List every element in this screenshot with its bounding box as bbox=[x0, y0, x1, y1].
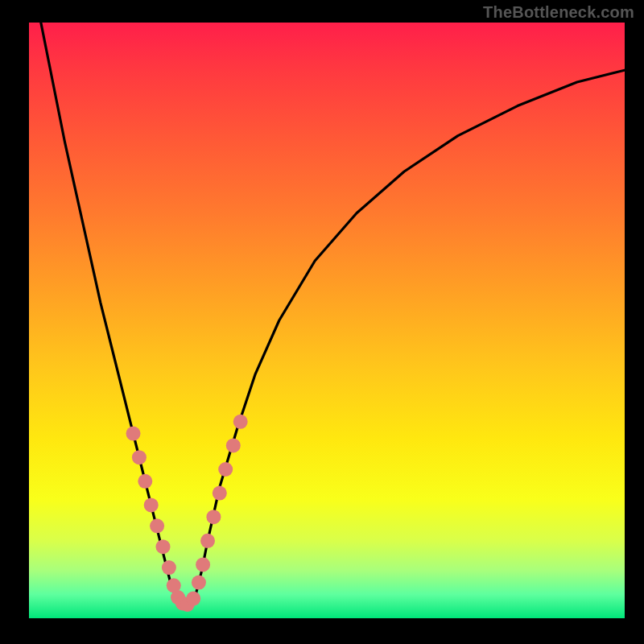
bottleneck-curve bbox=[41, 23, 625, 606]
marker-point bbox=[186, 592, 200, 606]
marker-point bbox=[200, 534, 215, 548]
watermark-text: TheBottleneck.com bbox=[483, 3, 634, 22]
marker-point bbox=[138, 474, 152, 489]
marker-point bbox=[233, 415, 248, 429]
marker-point bbox=[144, 497, 159, 512]
marker-point bbox=[213, 486, 227, 501]
marker-point bbox=[218, 462, 233, 477]
marker-point bbox=[162, 560, 176, 575]
marker-point bbox=[156, 539, 171, 554]
marker-point bbox=[196, 557, 210, 572]
marker-point bbox=[150, 518, 164, 533]
chart-svg-overlay bbox=[29, 23, 625, 618]
highlight-markers bbox=[126, 415, 248, 612]
chart-plot-area bbox=[29, 23, 625, 618]
marker-point bbox=[206, 510, 221, 524]
marker-point bbox=[126, 427, 141, 441]
marker-point bbox=[226, 438, 241, 452]
marker-point bbox=[132, 450, 147, 464]
marker-point bbox=[192, 576, 206, 590]
